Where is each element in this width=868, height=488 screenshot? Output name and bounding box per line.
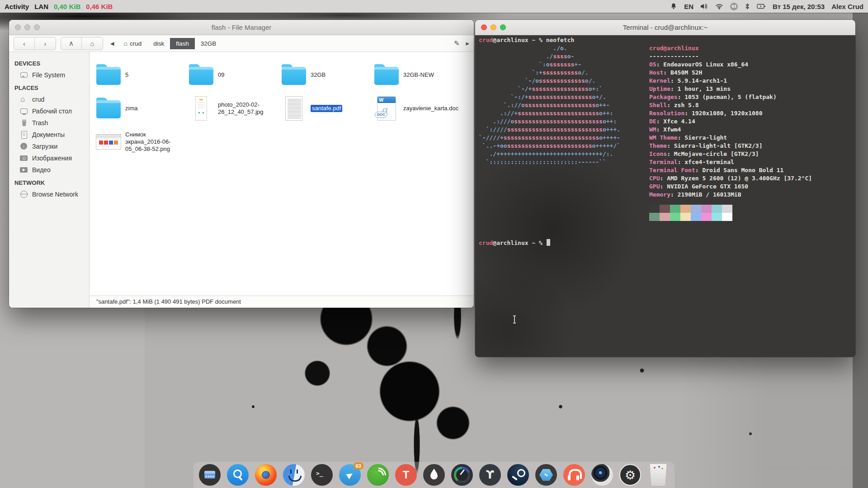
home-button[interactable]: ⌂ [82,38,103,50]
terminal-prompt-line: crud@archlinux ~ % neofetch [479,36,574,44]
palette-swatch [691,213,701,221]
wifi-icon[interactable] [715,3,723,9]
dock-item-firefox[interactable] [255,464,277,486]
terminal-body[interactable]: crud@archlinux ~ % neofetch ./o. ./sssso… [475,35,855,357]
home-icon [20,96,28,103]
file-manager-window: flash - File Manager ‹ › ∧ ⌂ ◀ ⌂cruddisk… [9,20,474,308]
file-label: zayavlenie_karta.doc [403,105,458,112]
sidebar-item[interactable]: Загрузки [9,141,89,152]
dock-item-steam[interactable] [507,464,529,486]
dock-item-terminal[interactable]: >_ [311,464,333,486]
zoom-button[interactable] [34,24,40,30]
palette-swatch [649,213,660,221]
file-item[interactable]: photo_2020-02-26_12_40_57.jpg [188,92,278,125]
terminal-glyph: >_ [311,464,333,486]
bluetooth-icon[interactable] [745,3,750,10]
volume-icon[interactable] [700,3,708,10]
file-manager-titlebar[interactable]: flash - File Manager [9,20,474,35]
breadcrumb-disk[interactable]: disk [147,38,170,49]
battery-icon[interactable] [757,3,766,9]
sidebar-item[interactable]: Trash [9,117,89,129]
dock-item-gauge[interactable] [451,464,473,486]
notification-bell-icon[interactable] [670,3,677,10]
net-download-rate: 0,40 KiB [54,3,80,10]
dock-item-lens[interactable] [591,464,613,486]
palette-swatch [680,205,691,213]
dock-item-desktop[interactable] [199,464,221,486]
dock-item-headphones[interactable] [563,464,585,486]
sidebar-item[interactable]: Изображения [9,152,89,164]
breadcrumb-scroll-right-icon[interactable]: ▸ [466,39,469,47]
file-item[interactable]: Снимок экрана_2016-06-05_06-38-52.png [95,125,186,159]
file-icon-box [281,65,307,85]
keyboard-layout[interactable]: EN [684,3,693,10]
file-label: santafe.pdf [311,105,342,112]
file-item[interactable]: zima [95,92,186,125]
file-item[interactable]: 5 [95,58,186,92]
app-menu-activity[interactable]: Activity [5,3,29,10]
dock-item-trash[interactable] [647,464,669,486]
edit-path-icon[interactable]: ✎ [454,39,460,47]
up-button[interactable]: ∧ [61,38,82,50]
dock-item-finder[interactable] [283,464,305,486]
search-glyph [227,464,249,486]
steam-glyph [507,464,529,486]
sidebar-section-title: DEVICES [9,56,89,69]
dock-item-tapp[interactable]: T [395,464,417,486]
home-icon: ⌂ [123,40,127,47]
breadcrumb-scroll-left-icon[interactable]: ◀ [110,41,114,47]
search-icon [227,464,249,486]
dock-item-telegram[interactable]: ▶63 [339,464,361,486]
breadcrumb-32GB[interactable]: 32GB [195,38,222,49]
spotify-glyph [367,464,389,486]
spotify-icon [367,464,389,486]
file-manager-sidebar: DEVICESFile SystemPLACEScrudРабочий стол… [9,52,90,308]
window-title: flash - File Manager [212,23,272,31]
dock-item-search[interactable] [227,464,249,486]
breadcrumb-flash[interactable]: flash [170,38,195,49]
dock-item-swirl[interactable]: ϒ [479,464,501,486]
close-button[interactable] [481,24,487,30]
telegram-tray-badge[interactable]: 63 [730,3,738,10]
close-button[interactable] [15,24,21,30]
net-monitor-label[interactable]: LAN [34,3,48,10]
breadcrumb: ⌂cruddiskflash32GB [118,38,222,50]
dock-item-spotify[interactable] [367,464,389,486]
sidebar-item[interactable]: File System [9,69,89,81]
sidebar-item[interactable]: Документы [9,129,89,141]
minimize-button[interactable] [491,24,496,30]
sidebar-item[interactable]: Browse Network [9,188,89,200]
unread-badge: 63 [354,462,363,469]
clock[interactable]: Вт 15 дек, 20:53 [773,3,825,10]
desktop: Activity LAN 0,40 KiB 0,46 KiB EN 63 Вт [0,0,868,488]
sidebar-item[interactable]: Видео [9,164,89,176]
sidebar-item[interactable]: crud [9,94,89,105]
headphones-glyph [563,464,585,486]
desktop-glyph [199,464,221,486]
breadcrumb-crud[interactable]: ⌂crud [118,38,147,49]
dock-item-settings[interactable]: ⚙ [619,464,641,486]
sidebar-item[interactable]: Рабочий стол [9,105,89,117]
minimize-button[interactable] [24,24,30,30]
terminal-icon: >_ [311,464,333,486]
palette-swatch [670,205,680,213]
file-item[interactable]: 09 [188,58,278,92]
terminal-titlebar[interactable]: Terminal - crud@archlinux:~ [475,20,855,35]
hexapp-icon: ∿ [535,464,557,486]
file-icon-box [95,99,122,118]
dock-item-hexapp[interactable]: ∿ [535,464,557,486]
steam-icon [507,464,529,486]
file-item[interactable]: WDOCzayavlenie_karta.doc [373,92,464,125]
file-item[interactable]: 32GB [281,58,371,92]
image-icon [20,155,28,162]
forward-button[interactable]: › [35,38,56,50]
settings-glyph: ⚙ [620,465,640,485]
file-item[interactable]: santafe.pdf [281,92,371,125]
file-icon-box [281,96,307,121]
zoom-button[interactable] [500,24,506,30]
file-item[interactable]: 32GB-NEW [373,58,464,92]
user-menu[interactable]: Alex Crud [831,3,863,10]
dock-item-droplet[interactable] [423,464,445,486]
file-label: 09 [218,71,224,79]
back-button[interactable]: ‹ [14,38,35,50]
